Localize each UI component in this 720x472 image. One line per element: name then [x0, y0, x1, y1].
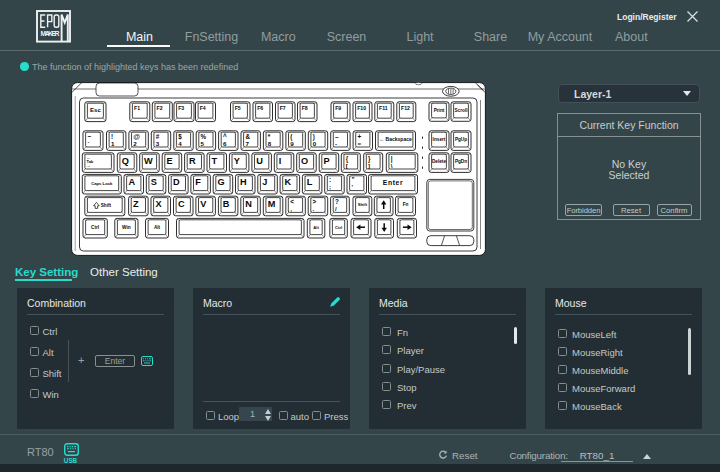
svg-text:Shift: Shift	[358, 202, 368, 207]
svg-text:J: J	[262, 177, 267, 187]
svg-text:&: &	[245, 133, 250, 140]
svg-text:F2: F2	[157, 105, 163, 111]
svg-text:MAKER: MAKER	[41, 30, 60, 37]
svg-text:[: [	[346, 162, 348, 169]
svg-text:]: ]	[368, 162, 370, 169]
svg-text:": "	[351, 176, 354, 183]
svg-text:F9: F9	[335, 105, 341, 111]
svg-text:,: ,	[290, 205, 292, 212]
svg-text:0: 0	[313, 140, 317, 147]
svg-text::: :	[329, 176, 331, 183]
svg-text:C: C	[178, 199, 185, 209]
svg-text:S: S	[151, 177, 157, 187]
svg-text:PgDn: PgDn	[455, 159, 467, 164]
svg-text:U: U	[256, 156, 263, 166]
svg-text:Scroll: Scroll	[454, 108, 467, 113]
svg-text:PgUp: PgUp	[455, 137, 467, 142]
svg-text:/: /	[335, 205, 337, 212]
svg-text:<: <	[290, 198, 294, 205]
svg-text:8: 8	[268, 140, 272, 147]
svg-text:F6: F6	[257, 105, 263, 111]
svg-text:9: 9	[290, 140, 294, 147]
svg-text:T: T	[211, 156, 217, 166]
svg-text:Q: Q	[122, 156, 129, 166]
svg-text:2: 2	[133, 140, 137, 147]
svg-text:F3: F3	[178, 105, 184, 111]
svg-text:G: G	[218, 177, 225, 187]
svg-text:K: K	[285, 177, 292, 187]
svg-text:Enter: Enter	[383, 179, 403, 186]
svg-text:F1: F1	[134, 105, 140, 111]
svg-text:B: B	[223, 199, 230, 209]
svg-text:^: ^	[223, 133, 227, 140]
svg-text:V: V	[200, 199, 207, 209]
svg-text:?: ?	[335, 198, 339, 205]
svg-text:F11: F11	[379, 105, 388, 111]
svg-text:Caps Lock: Caps Lock	[91, 181, 113, 186]
svg-text:4: 4	[178, 140, 182, 147]
svg-text:;: ;	[329, 183, 331, 190]
svg-text:R: R	[189, 156, 196, 166]
svg-text:F: F	[195, 177, 201, 187]
svg-text:@: @	[133, 133, 140, 140]
svg-text:F7: F7	[280, 105, 286, 111]
svg-text:F8: F8	[302, 105, 308, 111]
svg-text:O: O	[301, 156, 308, 166]
svg-text:\: \	[391, 162, 393, 169]
svg-text:.: .	[313, 205, 315, 212]
svg-text:Win: Win	[122, 225, 131, 230]
svg-text:Y: Y	[234, 156, 240, 166]
svg-text:7: 7	[245, 140, 249, 147]
svg-text:→: →	[87, 163, 91, 168]
svg-text:Insert: Insert	[433, 137, 446, 142]
svg-text:N: N	[245, 199, 252, 209]
svg-text:D: D	[173, 177, 180, 187]
svg-text:Ctrl: Ctrl	[335, 225, 342, 230]
svg-text:6: 6	[223, 140, 227, 147]
svg-text:Print: Print	[434, 108, 445, 113]
svg-text:5: 5	[201, 140, 205, 147]
svg-text:← Backspace: ← Backspace	[379, 136, 412, 142]
svg-text:F5: F5	[235, 105, 241, 111]
svg-text:F4: F4	[200, 105, 206, 111]
svg-text:3: 3	[156, 140, 160, 147]
svg-text:Ctrl: Ctrl	[91, 225, 99, 230]
svg-text:>: >	[313, 198, 317, 205]
svg-text:Fn: Fn	[403, 202, 409, 207]
svg-text:I: I	[279, 156, 282, 166]
svg-text:Alt: Alt	[154, 225, 161, 230]
svg-text:P: P	[324, 156, 330, 166]
svg-text:1: 1	[111, 140, 115, 147]
svg-text:H: H	[240, 177, 247, 187]
svg-text:W: W	[144, 156, 153, 166]
svg-text:X: X	[155, 199, 162, 209]
svg-text:F10: F10	[357, 105, 366, 111]
svg-text:L: L	[307, 177, 313, 187]
svg-text:A: A	[128, 177, 135, 187]
svg-text:Delete: Delete	[432, 159, 446, 164]
svg-text:#: #	[156, 133, 160, 140]
svg-text:~: ~	[87, 133, 91, 140]
svg-text:M: M	[268, 199, 276, 209]
svg-text:=: =	[358, 140, 362, 147]
svg-text:+: +	[358, 133, 362, 140]
svg-text:Z: Z	[133, 199, 139, 209]
svg-text:Esc: Esc	[90, 107, 101, 113]
svg-text:-: -	[335, 140, 337, 147]
svg-text:–: –	[335, 133, 339, 140]
svg-text:Shift: Shift	[101, 203, 112, 208]
svg-text:`: `	[87, 140, 89, 147]
svg-text:E: E	[167, 156, 173, 166]
svg-text:!: !	[111, 133, 113, 140]
svg-text:Alt: Alt	[313, 225, 319, 230]
svg-text:%: %	[201, 133, 207, 140]
svg-text:F12: F12	[401, 105, 410, 111]
